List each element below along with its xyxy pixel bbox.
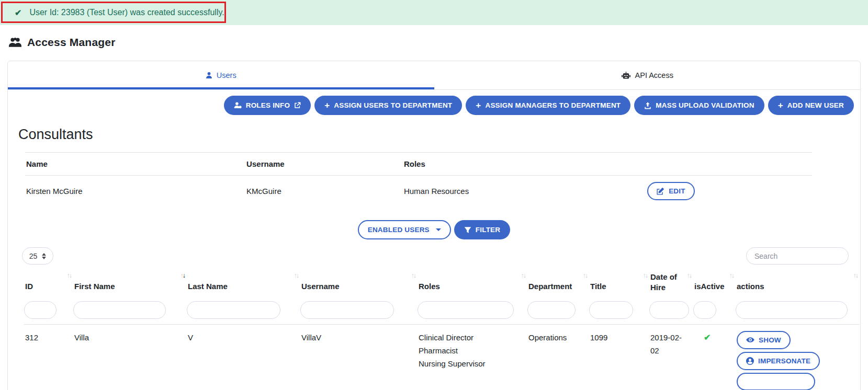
column-label: isActive <box>694 271 732 292</box>
plus-icon: + <box>324 101 330 110</box>
filter-input-username[interactable] <box>300 301 394 319</box>
consultant-username: KMcGuire <box>245 176 403 207</box>
filter-input-is-active[interactable] <box>693 301 716 319</box>
users-table: ↑↓ ID ↑↓ First Name ↑↓ Last Name ↑↓ User… <box>24 271 860 390</box>
column-header-department[interactable]: ↑↓ Department <box>527 271 589 298</box>
user-roles-icon <box>234 102 242 109</box>
impersonate-button[interactable]: IMPERSONATE <box>737 352 820 370</box>
column-header-actions[interactable]: ↑↓ actions <box>736 271 860 298</box>
consultant-row: Kirsten McGuire KMcGuire Human Resources… <box>25 176 812 207</box>
tab-api-access[interactable]: API Access <box>434 61 861 89</box>
consultants-header-name: Name <box>25 153 245 176</box>
users-group-icon <box>8 37 22 48</box>
cell-actions: SHOW IMPERSONATE <box>736 324 860 390</box>
role-item: Nursing Supervisor <box>419 357 523 370</box>
eye-icon <box>746 337 754 343</box>
tab-api-access-label: API Access <box>635 71 673 79</box>
column-label: Username <box>301 271 414 292</box>
filter-input-department[interactable] <box>527 301 576 319</box>
search-input[interactable] <box>746 247 849 265</box>
cell-department: Operations <box>527 324 589 390</box>
role-item: Clinical Director <box>419 331 523 344</box>
sort-icon: ↑↓ <box>643 272 648 279</box>
page-header: Access Manager <box>0 25 868 61</box>
page-size-select[interactable]: 25 <box>22 247 53 265</box>
column-header-roles[interactable]: ↑↓ Roles <box>418 271 527 298</box>
filter-input-actions[interactable] <box>736 301 848 319</box>
column-label: Last Name <box>188 271 297 292</box>
tab-bar: Users API Access <box>8 61 860 90</box>
consultants-header-username: Username <box>245 153 403 176</box>
page-title: Access Manager <box>27 36 116 49</box>
filter-input-title[interactable] <box>589 301 633 319</box>
check-icon: ✔ <box>15 8 21 18</box>
enabled-users-dropdown[interactable]: ENABLED USERS <box>358 220 451 239</box>
filter-button[interactable]: FILTER <box>454 220 510 239</box>
external-link-icon <box>294 102 301 109</box>
sort-icon: ↑↓ <box>294 272 299 279</box>
filter-bar: ENABLED USERS FILTER <box>8 220 860 239</box>
edit-button[interactable]: EDIT <box>647 182 695 200</box>
filter-input-roles[interactable] <box>418 301 514 319</box>
plus-icon: + <box>778 101 783 110</box>
cell-roles: Clinical Director Pharmacist Nursing Sup… <box>418 324 527 390</box>
sort-icon: ↑↓ <box>181 272 185 279</box>
column-header-last-name[interactable]: ↑↓ Last Name <box>187 271 300 298</box>
show-label: SHOW <box>759 336 781 344</box>
consultants-table: Name Username Roles Kirsten McGuire KMcG… <box>25 152 812 207</box>
consultant-name: Kirsten McGuire <box>25 176 245 207</box>
success-alert: ✔ User Id: 23983 (Test User) was created… <box>0 0 868 25</box>
sort-icon: ↑↓ <box>411 272 416 279</box>
sort-icon: ↑↓ <box>687 272 692 279</box>
filter-label: FILTER <box>476 226 500 234</box>
tab-users-label: Users <box>217 71 236 79</box>
filter-input-last-name[interactable] <box>187 301 280 319</box>
column-label: Date of Hire <box>650 271 690 293</box>
table-controls: 25 <box>8 247 860 265</box>
column-label: First Name <box>74 271 184 292</box>
add-new-user-button[interactable]: + ADD NEW USER <box>768 96 854 115</box>
mass-upload-validation-button[interactable]: MASS UPLOAD VALIDATION <box>634 96 764 115</box>
assign-managers-to-department-button[interactable]: + ASSIGN MANAGERS TO DEPARTMENT <box>466 96 630 115</box>
toolbar: ROLES INFO + ASSIGN USERS TO DEPARTMENT … <box>8 90 860 119</box>
column-header-username[interactable]: ↑↓ Username <box>300 271 418 298</box>
sort-icon: ↑↓ <box>853 272 858 279</box>
sort-icon: ↑↓ <box>729 272 734 279</box>
assign-users-to-department-button[interactable]: + ASSIGN USERS TO DEPARTMENT <box>314 96 462 115</box>
filter-input-id[interactable] <box>24 301 57 319</box>
filter-input-date-of-hire[interactable] <box>649 301 689 319</box>
partially-visible-action-button[interactable] <box>737 373 815 390</box>
tab-users[interactable]: Users <box>8 61 434 89</box>
column-header-first-name[interactable]: ↑↓ First Name <box>73 271 187 298</box>
funnel-icon <box>464 226 471 234</box>
column-header-is-active[interactable]: ↑↓ isActive <box>693 271 736 298</box>
users-table-filter-row <box>24 298 860 325</box>
column-header-title[interactable]: ↑↓ Title <box>589 271 649 298</box>
column-label: Title <box>590 271 646 292</box>
column-header-date-of-hire[interactable]: ↑↓ Date of Hire <box>649 271 693 298</box>
consultants-title: Consultants <box>18 127 860 143</box>
roles-info-button[interactable]: ROLES INFO <box>224 96 311 115</box>
column-label: actions <box>737 271 856 292</box>
impersonate-label: IMPERSONATE <box>758 357 810 365</box>
assign-managers-label: ASSIGN MANAGERS TO DEPARTMENT <box>485 101 621 109</box>
column-label: Roles <box>419 271 524 292</box>
roles-info-label: ROLES INFO <box>246 101 290 109</box>
column-label: Department <box>528 271 586 292</box>
sort-icon: ↑↓ <box>67 272 72 279</box>
user-icon <box>206 72 212 79</box>
cell-first-name: Villa <box>73 324 187 390</box>
cell-title: 1099 <box>589 324 649 390</box>
user-row: 312 Villa V VillaV Clinical Director Pha… <box>24 324 860 390</box>
consultants-header-roles: Roles <box>403 153 592 176</box>
consultants-header-actions <box>592 153 812 176</box>
users-table-header-row: ↑↓ ID ↑↓ First Name ↑↓ Last Name ↑↓ User… <box>24 271 860 298</box>
cell-id: 312 <box>24 324 73 390</box>
upload-icon <box>644 102 651 109</box>
edit-label: EDIT <box>669 187 685 195</box>
show-button[interactable]: SHOW <box>737 331 791 349</box>
role-item: Pharmacist <box>419 344 523 357</box>
column-header-id[interactable]: ↑↓ ID <box>24 271 73 298</box>
enabled-users-label: ENABLED USERS <box>368 226 430 234</box>
filter-input-first-name[interactable] <box>73 301 166 319</box>
